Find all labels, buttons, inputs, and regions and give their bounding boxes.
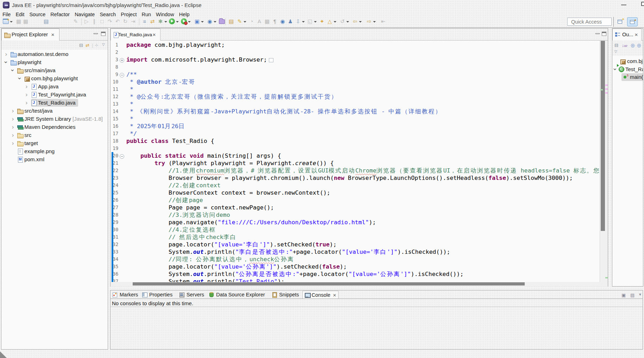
tree-item-app-java[interactable]: ›App.java (1, 83, 108, 91)
stop-icon[interactable]: □ (99, 18, 105, 25)
code-line-16[interactable]: 16 * 2025年01月26日 (111, 123, 599, 130)
debug-icon[interactable]: ✱ (157, 18, 164, 25)
console-tab-data-source-explorer[interactable]: Data Source Explorer (207, 291, 270, 299)
code-line-1[interactable]: 1package com.bjhg.playwright; (111, 41, 599, 49)
view-menu-icon[interactable]: ▼ (638, 293, 642, 296)
console-tab-console[interactable]: Console✕ (302, 291, 339, 299)
expand-arrow-icon[interactable]: › (25, 91, 28, 98)
sort-icon[interactable]: ↓az (622, 43, 627, 48)
code-line-23[interactable]: 23 Browser browser = playwright.chromium… (111, 174, 599, 182)
code-line-25[interactable]: 25 BrowserContext context = browser.newC… (111, 189, 599, 196)
quick-access-box[interactable]: Quick Access (567, 18, 612, 26)
code-line-28[interactable]: 28 //3.浏览器访问demo (111, 211, 599, 219)
forward-icon-dropdown[interactable] (373, 21, 376, 23)
expand-arrow-icon[interactable]: › (12, 115, 14, 123)
run-icon-dropdown[interactable] (176, 21, 179, 23)
occurrence-mark[interactable] (605, 92, 608, 94)
horizontal-scrollbar-thumb[interactable] (133, 282, 525, 285)
star-icon[interactable]: ✦ (319, 18, 325, 25)
spelling-mark[interactable] (605, 277, 608, 278)
tree-item-automation-test-demo[interactable]: ›automation.test.demo (1, 50, 108, 58)
back-icon-dropdown[interactable] (359, 21, 362, 23)
vertical-scrollbar-thumb[interactable] (601, 41, 605, 231)
code-line-30[interactable]: 30 //4.定位复选框 (111, 226, 599, 233)
code-line-33[interactable]: 33 System.out.println("李白是否被选中:"+page.lo… (111, 248, 599, 256)
tree-item-playwright[interactable]: ›playwright (1, 58, 108, 67)
new-web-icon[interactable]: ◉ (207, 18, 213, 25)
fold-collapse-icon[interactable]: − (120, 73, 124, 77)
code-line-2[interactable]: 2 (111, 49, 599, 56)
tree-item-src-main-java[interactable]: ›src/main/java (1, 67, 108, 75)
tree-item-example-png[interactable]: example.png (1, 147, 108, 156)
mark-occurrences-icon[interactable]: ≡ (141, 18, 148, 25)
code-line-26[interactable]: 26 //创建page (111, 196, 599, 204)
code-line-37[interactable]: 37 System.out.println("Test_Radio"); (111, 278, 599, 282)
occurrence-mark[interactable] (605, 84, 608, 86)
java-ee-perspective-icon[interactable]: ● (627, 17, 638, 26)
undo-icon[interactable]: ↺ (339, 18, 346, 25)
expand-arrow-icon[interactable]: › (12, 107, 14, 114)
last-edit-icon[interactable]: ⇤ (380, 18, 386, 25)
code-line-9[interactable]: 9−/** (111, 71, 599, 78)
expand-arrow-icon[interactable]: › (12, 124, 14, 131)
hide-static-icon[interactable]: ◎ (637, 43, 641, 48)
open-perspective-icon[interactable]: ✦ (617, 18, 624, 26)
tree-item-target[interactable]: ›target (1, 139, 108, 147)
tree-item-maven-dependencies[interactable]: ›Maven Dependencies (1, 123, 108, 131)
expand-arrow-icon[interactable]: › (5, 51, 7, 58)
expand-arrow-icon[interactable]: › (25, 83, 28, 90)
expand-arrow-icon[interactable]: › (12, 132, 14, 139)
profile-icon[interactable]: ◔ (248, 18, 255, 25)
collapse-arrow-icon[interactable]: › (16, 77, 23, 80)
collapse-all-icon[interactable]: ⊟ (614, 43, 618, 48)
close-icon[interactable]: ✕ (51, 32, 55, 37)
editor-content[interactable]: 1package com.bjhg.playwright;23+import c… (111, 40, 608, 282)
edit-icon[interactable]: ✎ (72, 18, 79, 25)
code-line-3[interactable]: 3+import com.microsoft.playwright.Browse… (111, 56, 599, 63)
code-line-27[interactable]: 27 Page page = context.newPage(); (111, 204, 599, 211)
coverage-icon-dropdown[interactable] (188, 21, 191, 23)
hide-fields-icon[interactable]: ◎ (631, 43, 634, 48)
code-line-35[interactable]: 35 page.locator("[value='公孙离']").setChec… (111, 263, 599, 270)
new-web-icon-dropdown[interactable] (214, 21, 216, 23)
new-folder-icon[interactable] (219, 19, 225, 24)
code-line-34[interactable]: 34 //同理: 公孙离默认选中，uncheck公孙离 (111, 256, 599, 263)
import-icon[interactable]: ⇩ (295, 18, 301, 25)
code-line-20[interactable]: 20− public static void main(String[] arg… (111, 152, 599, 159)
triangle-icon[interactable]: △ (327, 18, 333, 25)
tree-item-test-playwright-java[interactable]: ›Test_Playwright.java (1, 91, 108, 99)
window-icon[interactable]: ◱ (307, 18, 313, 25)
console-tab-snippets[interactable]: Snippets (270, 291, 302, 299)
triangle-icon-dropdown[interactable] (334, 21, 336, 23)
minimize-window-icon[interactable] (621, 5, 626, 5)
code-line-15[interactable]: 15 * (111, 115, 599, 123)
run-icon[interactable] (169, 18, 175, 24)
step-into-icon[interactable]: ⇥ (130, 18, 136, 25)
code-line-19[interactable]: 19 (111, 145, 599, 152)
close-icon[interactable]: ✕ (634, 32, 638, 37)
pause-icon[interactable]: ∥ (91, 18, 97, 25)
fold-collapse-icon[interactable]: − (120, 154, 124, 159)
new-wizard-icon[interactable] (3, 19, 9, 24)
code-line-8[interactable]: 8 (111, 63, 599, 71)
horizontal-scrollbar[interactable] (111, 282, 608, 287)
tree-item-pom-xml[interactable]: pom.xml (1, 156, 108, 164)
code-line-24[interactable]: 24 //2.创建context (111, 182, 599, 189)
expand-arrow-icon[interactable]: › (12, 140, 14, 147)
code-line-14[interactable]: 14 * 《刚刚问世》系列初窥篇-Java+Playwright自动化测试-28… (111, 108, 599, 115)
marker-icon-dropdown[interactable] (244, 21, 246, 23)
code-line-10[interactable]: 10 * @author 北京-宏哥 (111, 78, 599, 86)
tree-item-test-radio-java[interactable]: ›Test_Radio.java (1, 99, 108, 107)
code-line-13[interactable]: 13 * (111, 100, 599, 108)
code-line-36[interactable]: 36 System.out.println("公孙离是否被选中:"+page.l… (111, 270, 599, 278)
view-menu-icon[interactable]: ▽ (614, 50, 617, 54)
new-ee-project-icon[interactable]: ▣ (194, 18, 200, 25)
project-explorer-tab[interactable]: Project Explorer ✕ (1, 29, 59, 40)
run-last-icon[interactable]: ▷ (83, 18, 90, 25)
table-icon[interactable]: ▦ (264, 18, 270, 25)
tree-item-src-test-java[interactable]: ›src/test/java (1, 107, 108, 115)
minimize-editor-icon[interactable] (595, 33, 600, 34)
user-icon[interactable]: ♟ (287, 18, 293, 25)
import-icon-dropdown[interactable] (302, 21, 305, 23)
maximize-editor-icon[interactable] (602, 32, 606, 36)
